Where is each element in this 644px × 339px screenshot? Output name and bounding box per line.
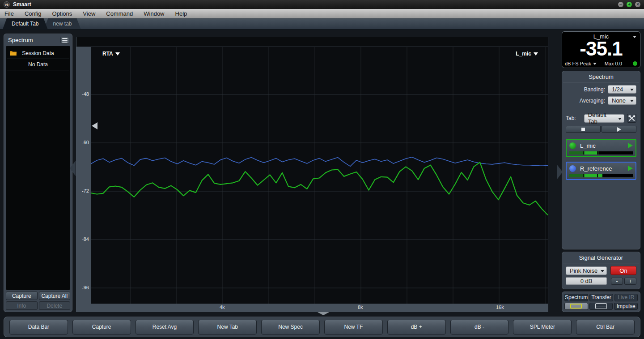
frequency-tick-label: 4k [220,305,225,310]
stop-icon [581,128,585,131]
db-tick-label: -72 [77,188,89,193]
menu-options[interactable]: Options [52,10,72,17]
trace-offset-marker-icon[interactable] [92,122,97,129]
menu-view[interactable]: View [83,10,95,17]
db-tick-label: -84 [77,236,89,242]
app-logo-icon: v8 [4,1,10,8]
zoom-icon[interactable]: + [627,2,632,7]
active-trace-label[interactable]: L_mic [516,51,538,57]
window-title: Smaart [13,1,31,8]
menu-help[interactable]: Help [175,10,187,17]
chevron-down-icon [534,52,538,56]
rta-plot-area[interactable]: RTA L_mic [91,47,548,304]
single-pane-layout-button[interactable] [564,303,588,310]
db-plus-button[interactable]: dB + [387,320,446,335]
collapse-left-panel-icon[interactable] [70,161,76,176]
banding-label: Banding: [584,86,605,93]
capture-all-button[interactable]: Capture All [39,292,71,300]
meter-max-label[interactable]: Max 0.0 [605,61,622,66]
tab-settings-icon[interactable] [627,114,636,123]
new-spec-button[interactable]: New Spec [261,320,320,335]
tab-label: Tab: [566,115,576,121]
mode-tab-live-ir: Live IR [614,294,638,301]
tab-new-tab[interactable]: new tab [44,18,81,29]
play-button[interactable] [602,126,636,133]
tab-default-tab[interactable]: Default Tab [3,18,48,29]
generator-level-display[interactable]: 0 dB [566,277,607,285]
meter-value: -35.1 [562,40,640,58]
db-axis[interactable]: -48-60-72-84-96 [76,47,91,304]
view-type-label[interactable]: RTA [102,51,120,57]
menu-command[interactable]: Command [106,10,133,17]
menu-file[interactable]: File [4,10,14,17]
menu-config[interactable]: Config [25,10,42,17]
panel-title: Spectrum [8,37,33,43]
tab-bar: Default Tab new tab [0,18,644,30]
folder-icon [9,50,17,56]
banding-select[interactable]: 1/24 [608,85,636,94]
list-item-label: No Data [28,61,48,68]
new-tf-button[interactable]: New TF [324,320,383,335]
mode-tabs-panel: Spectrum Transfer Live IR Impulse [562,292,640,312]
level-plus-button[interactable]: + [624,278,636,285]
meter-unit-selector[interactable]: dB FS Peak [565,61,597,66]
stop-button[interactable] [566,126,601,133]
peak-meter-readout: L_mic -35.1 dB FS Peak Max 0.0 [562,31,640,68]
channel-level-meter [569,151,633,154]
channel-level-meter [569,174,633,177]
frequency-tick-label: 8k [358,305,363,310]
close-icon[interactable]: × [635,2,640,7]
signal-status-icon [633,61,637,66]
list-item-label: Session Data [22,50,54,56]
level-minus-button[interactable]: - [611,278,623,285]
chevron-down-icon [115,52,120,56]
spectrum-control-panel: Spectrum Banding: 1/24 Averaging: None T… [562,71,640,249]
channel-strip-r-reference[interactable]: R_reference [566,162,636,180]
spectrum-graph-panel: -48-60-72-84-96 RTA L_mic 4k8k16k [76,37,548,312]
db-minus-button[interactable]: dB - [450,320,509,335]
spl-meter-button[interactable]: SPL Meter [513,320,572,335]
hamburger-menu-icon[interactable] [60,37,69,44]
data-bar-button[interactable]: Data Bar [9,320,68,335]
channel-active-icon[interactable] [628,143,633,148]
generator-type-select[interactable]: Pink Noise [566,266,607,275]
info-button: Info [6,301,38,310]
chevron-down-icon[interactable] [633,36,636,38]
minimize-icon[interactable]: − [618,2,623,7]
collapse-bottom-bar-icon[interactable] [318,312,329,315]
generator-on-button[interactable]: On [610,266,636,275]
capture-command-button[interactable]: Capture [72,320,131,335]
play-icon [617,127,621,132]
db-tick-label: -60 [77,140,89,145]
mode-tab-transfer[interactable]: Transfer [589,294,613,301]
hammer-wrench-icon [628,115,635,121]
delete-button: Delete [39,301,71,310]
reset-avg-button[interactable]: Reset Avg [136,320,194,335]
ctrl-bar-button[interactable]: Ctrl Bar [576,320,635,335]
session-data-list[interactable]: Session Data No Data [6,46,70,290]
list-item-session-data[interactable]: Session Data [7,48,69,59]
channel-strip-l-mic[interactable]: L_mic [566,139,636,157]
trace-color-dot [569,142,576,149]
capture-button[interactable]: Capture [6,292,38,300]
averaging-select[interactable]: None [608,96,636,105]
title-bar: v8 Smaart − + × [0,0,644,9]
frequency-tick-label: 16k [496,305,504,310]
mode-tab-spectrum[interactable]: Spectrum [564,294,588,301]
channel-name: R_reference [580,165,612,172]
tab-select[interactable]: Default Tab [584,114,624,123]
channel-active-icon[interactable] [628,166,633,171]
menu-window[interactable]: Window [144,10,164,17]
new-tab-button[interactable]: New Tab [198,320,257,335]
frequency-axis[interactable]: 4k8k16k [76,304,548,312]
section-title: Spectrum [562,71,640,82]
split-pane-layout-button[interactable] [589,303,613,310]
split-pane-icon [595,303,607,309]
averaging-label: Averaging: [580,98,605,104]
data-library-panel: Spectrum Session Data No Data Capture Ca… [4,34,72,312]
db-tick-label: -96 [77,285,89,290]
channel-name: L_mic [580,142,596,149]
list-item-no-data[interactable]: No Data [7,59,69,70]
spectrum-traces [91,47,548,304]
impulse-button[interactable]: Impulse [614,303,638,310]
